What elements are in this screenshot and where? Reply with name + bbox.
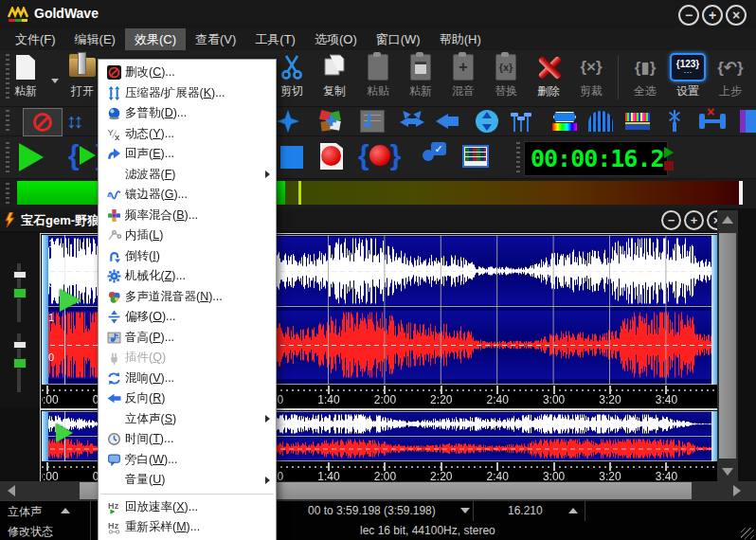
vertical-scroll-thumb[interactable] <box>719 233 736 459</box>
effects-menu-item-echo[interactable]: 回声(E)... <box>99 144 276 165</box>
effects-menu-item-reverb[interactable]: 混响(V)... <box>99 369 276 389</box>
effects-menu-item-resample[interactable]: Hz重新采样(M)... <box>99 517 276 538</box>
playback-marker-icon[interactable] <box>60 289 81 312</box>
document-maximize-button[interactable]: + <box>684 210 704 230</box>
toolbar-grip[interactable] <box>6 142 9 172</box>
mini-play-icon[interactable] <box>664 147 674 158</box>
undo-button[interactable]: {↶} 上步 <box>709 53 752 99</box>
toolbar-grip[interactable] <box>516 142 520 172</box>
menubar-item[interactable]: 窗口(W) <box>367 28 430 50</box>
fader-knob-green[interactable] <box>13 288 27 298</box>
menubar-item[interactable]: 帮助(H) <box>430 28 491 50</box>
stop-button[interactable] <box>280 146 303 169</box>
select-all-button[interactable]: {▮} 全选 <box>623 53 667 99</box>
effect-spectrum-button[interactable] <box>552 110 577 133</box>
mini-stop-icon[interactable] <box>664 161 674 171</box>
effect-spectrum-keys-button[interactable] <box>625 110 650 133</box>
toolbar-grip[interactable] <box>6 110 9 133</box>
settings-button[interactable]: {123}··· 设置 <box>666 53 710 99</box>
selection-caret-icon[interactable] <box>460 508 470 513</box>
menubar-item[interactable]: 工具(T) <box>245 28 305 50</box>
play-button[interactable] <box>19 143 44 171</box>
effects-menu-item-frequency-blend[interactable]: 频率混合(B)... <box>99 206 276 226</box>
effects-menu-item-offset[interactable]: 偏移(O)... <box>99 307 276 328</box>
playback-marker-icon[interactable] <box>56 423 73 442</box>
vertical-scrollbar[interactable] <box>717 210 738 481</box>
new-button[interactable]: 粘新 <box>4 53 47 99</box>
right-channel-fader[interactable] <box>17 333 21 392</box>
selection-edge-left[interactable] <box>42 235 48 385</box>
fader-knob-white[interactable] <box>13 271 27 279</box>
record-button[interactable] <box>320 143 343 170</box>
fader-knob-white[interactable] <box>13 341 27 349</box>
copy-button[interactable]: 复制 <box>313 53 356 99</box>
effects-menu-item-invert[interactable]: 倒转(I) <box>99 246 276 267</box>
effect-reverb-button[interactable] <box>400 110 424 133</box>
effect-clipped-button[interactable] <box>740 110 756 133</box>
minimize-button[interactable]: − <box>678 5 699 26</box>
scroll-right-button[interactable] <box>726 481 748 500</box>
effects-menu-item-volume[interactable]: 音量(U) <box>99 470 276 491</box>
effect-compressor-button[interactable]: ↕↕ <box>66 110 81 133</box>
scroll-up-button[interactable] <box>717 210 738 229</box>
effects-menu-item-doppler[interactable]: 多普勒(D)... <box>99 103 276 124</box>
effects-menu-item-interpolate[interactable]: 内插(L) <box>99 225 276 246</box>
effects-menu-item-multichannel-mixer[interactable]: 多声道混音器(N)... <box>99 287 276 308</box>
effect-offset-button[interactable] <box>476 110 498 133</box>
effects-menu-item-reverse[interactable]: 反向(R) <box>99 388 276 409</box>
fader-knob-green[interactable] <box>13 358 27 369</box>
selection-edge-left[interactable] <box>42 411 48 461</box>
new-dropdown-icon[interactable] <box>51 79 59 83</box>
effects-menu-item-filter[interactable]: 滤波器(F) <box>99 165 276 186</box>
control-window-button[interactable] <box>462 145 489 168</box>
scroll-left-button[interactable] <box>0 481 23 500</box>
effect-frequency-mix-button[interactable] <box>318 110 343 133</box>
effect-gate-button[interactable] <box>588 110 613 133</box>
toolbar-grip[interactable] <box>6 183 9 204</box>
position-status-cell[interactable]: 16.210 <box>474 501 585 521</box>
effects-menu-item-voice-over[interactable]: 旁白(W)... <box>99 450 276 471</box>
paste-button[interactable]: 粘贴 <box>356 53 400 99</box>
document-minimize-button[interactable]: − <box>661 210 681 230</box>
mix-button[interactable]: + 混音 <box>441 53 485 99</box>
trim-button[interactable]: {×} 剪裁 <box>569 53 613 99</box>
maximize-button[interactable]: + <box>702 5 723 26</box>
menubar-item[interactable]: 文件(F) <box>6 28 65 50</box>
effect-reverse-button[interactable] <box>436 110 448 133</box>
menubar-item[interactable]: 编辑(E) <box>65 28 125 50</box>
delete-button[interactable]: 删除 <box>527 53 570 99</box>
effects-menu-item-playback-rate[interactable]: Hz回放速率(X)... <box>99 497 276 518</box>
close-button[interactable]: × <box>726 5 747 26</box>
channel-status-cell[interactable]: 立体声 <box>0 501 91 521</box>
effect-doppler-button[interactable] <box>277 110 299 133</box>
effects-menu-item-flanger[interactable]: 镶边器(G)... <box>99 185 276 206</box>
effects-menu-item-time[interactable]: 时间(T)... <box>99 429 276 450</box>
effect-pitch-button[interactable] <box>360 110 385 133</box>
record-selection-button[interactable]: { } <box>358 141 401 170</box>
paste-new-button[interactable]: 粘新 <box>399 53 442 99</box>
menu-item-label: 混响(V)... <box>125 370 272 387</box>
menubar-item[interactable]: 选项(O) <box>305 28 367 50</box>
menubar-item[interactable]: 效果(C) <box>125 28 186 50</box>
effect-cancel-button[interactable] <box>23 108 63 136</box>
playback-mode-button[interactable]: ✓ <box>423 146 449 159</box>
effects-menu-item-compressor-expander[interactable]: 压缩器/扩展器(K)... <box>99 83 276 104</box>
timeline-label: 2:00 <box>374 393 396 406</box>
effects-menu-item-mechanize[interactable]: 机械化(Z)... <box>99 266 276 287</box>
effect-mechanize-button[interactable] <box>664 110 685 133</box>
menubar-item[interactable]: 查看(V) <box>186 28 245 50</box>
replace-button[interactable]: {x} 替换 <box>484 53 528 99</box>
channel-caret-icon[interactable] <box>61 508 70 513</box>
effect-noise-gate-button[interactable]: × <box>699 110 726 133</box>
effect-dynamics-button[interactable] <box>513 110 529 133</box>
scroll-down-button[interactable] <box>717 462 738 481</box>
effects-menu-item-dynamics[interactable]: Yx动态(Y)... <box>99 124 276 145</box>
freq-mix-icon <box>102 208 125 223</box>
resize-grip[interactable] <box>741 528 754 539</box>
effects-menu-item-stereo[interactable]: 立体声(S) <box>99 409 276 430</box>
effects-menu-item-pitch[interactable]: 音高(P)... <box>99 328 276 349</box>
position-caret-icon[interactable] <box>568 508 578 513</box>
chevron-left-icon <box>8 485 15 496</box>
left-channel-fader[interactable] <box>17 263 21 322</box>
effects-menu-item-cancel[interactable]: 删改(C)... <box>99 63 276 83</box>
